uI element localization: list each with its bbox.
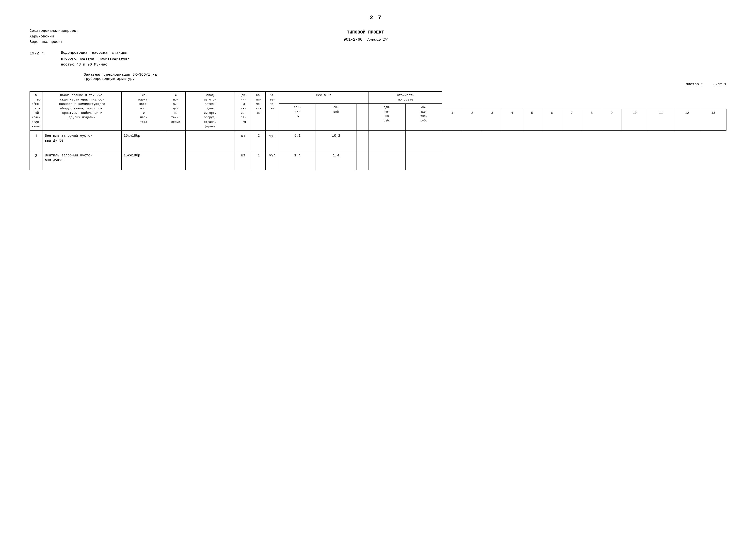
table-cell: [405, 150, 442, 170]
table-cell: 15кч18бр: [122, 131, 166, 150]
spec-table: № пп во обще- союз- ной клас- сифи- каци…: [29, 91, 727, 170]
page-number: 27: [29, 15, 727, 21]
table-cell: шт: [235, 150, 252, 170]
table-cell: 2: [252, 131, 266, 150]
org-left: Союзводоканалниипроект Харьковский Водок…: [29, 28, 78, 45]
colnum-7: 7: [562, 109, 582, 131]
table-cell: Вентиль запорный муфто- вый Ду=25: [43, 150, 122, 170]
project-code: 901-2-60: [344, 36, 363, 44]
table-cell: Вентиль запорный муфто- вый Ду=50: [43, 131, 122, 150]
sheet-info: Листов 2 Лист 1: [29, 82, 727, 86]
table-cell: 1,4: [279, 150, 316, 170]
title-block: 1972 г. Водопроводная насосная станция в…: [29, 50, 727, 68]
colnum-9: 9: [602, 109, 622, 131]
col9-header: Вес в кг: [279, 91, 369, 103]
table-cell: [357, 150, 369, 170]
colnum-10: 10: [622, 109, 648, 131]
org-name: Союзводоканалниипроект Харьковский Водок…: [29, 28, 78, 45]
table-cell: [186, 150, 235, 170]
col-header-row: № пп во обще- союз- ной клас- сифи- каци…: [30, 91, 727, 103]
sheets-total: Листов 2: [686, 82, 703, 86]
colnum-13: 13: [700, 109, 726, 131]
album: Альбом IV: [367, 36, 387, 43]
year: 1972 г.: [29, 51, 46, 68]
colnum-2: 2: [462, 109, 482, 131]
col6-header: Еди- ни- ца из- ме- ре- ния: [235, 91, 252, 131]
col10b-header: об- щая тыс. руб.: [405, 103, 442, 130]
colnum-8: 8: [582, 109, 602, 131]
station-title: Водопроводная насосная станция второго п…: [61, 50, 129, 68]
table-cell: [357, 131, 369, 150]
col8-header: Ма- те- ри- ал: [266, 91, 279, 131]
colnum-12: 12: [674, 109, 700, 131]
col7-header: Ко- ли- че- ст- во: [252, 91, 266, 131]
header-center: ТИПОВОЙ ПРОЕКТ 901-2-60 Альбом IV: [344, 28, 387, 45]
col2-header: Наименование и техниче-ская характеристи…: [43, 91, 122, 131]
table-cell: 15кч18бр: [122, 150, 166, 170]
table-cell: 1: [252, 150, 266, 170]
table-cell: [166, 150, 186, 170]
table-cell: шт: [235, 131, 252, 150]
sheet-current: Лист 1: [713, 82, 727, 86]
colnum-4: 4: [502, 109, 522, 131]
col9b-header: об- щий: [316, 103, 357, 130]
table-cell: 1: [30, 131, 43, 150]
col1-header: № пп во обще- союз- ной клас- сифи- каци…: [30, 91, 43, 131]
table-cell: чуг: [266, 131, 279, 150]
col10-header: Стоимостьпо смете: [369, 91, 442, 103]
table-cell: 1,4: [316, 150, 357, 170]
colnum-5: 5: [522, 109, 542, 131]
colnum-6: 6: [542, 109, 562, 131]
colnum-11: 11: [648, 109, 674, 131]
table-row: 2Вентиль запорный муфто- вый Ду=2515кч18…: [30, 150, 727, 170]
spec-title: Заказная спецификация ВК-3СО/1 на трубоп…: [84, 73, 727, 81]
col4-header: № по- зи- ции по техн. схеме: [166, 91, 186, 131]
table-row: 1Вентиль запорный муфто- вый Ду=5015кч18…: [30, 131, 727, 150]
col5-header: Завод- изгото- витель /для импорт. обору…: [186, 91, 235, 131]
table-cell: чуг: [266, 150, 279, 170]
table-cell: [166, 131, 186, 150]
table-cell: [369, 150, 405, 170]
col9c-header: [357, 103, 369, 130]
col9a-header: еди- ни- цы: [279, 103, 316, 130]
colnum-1: 1: [442, 109, 462, 131]
table-cell: 10,2: [316, 131, 357, 150]
table-cell: [186, 131, 235, 150]
table-cell: 5,1: [279, 131, 316, 150]
table-cell: [369, 131, 405, 150]
table-cell: 2: [30, 150, 43, 170]
header-section: Союзводоканалниипроект Харьковский Водок…: [29, 28, 727, 45]
col3-header: Тип, марка, ката- лог, № чер- тежа: [122, 91, 166, 131]
project-type: ТИПОВОЙ ПРОЕКТ: [344, 28, 387, 36]
col10a-header: еди- ни- цы руб.: [369, 103, 405, 130]
colnum-3: 3: [482, 109, 502, 131]
table-cell: [405, 131, 442, 150]
